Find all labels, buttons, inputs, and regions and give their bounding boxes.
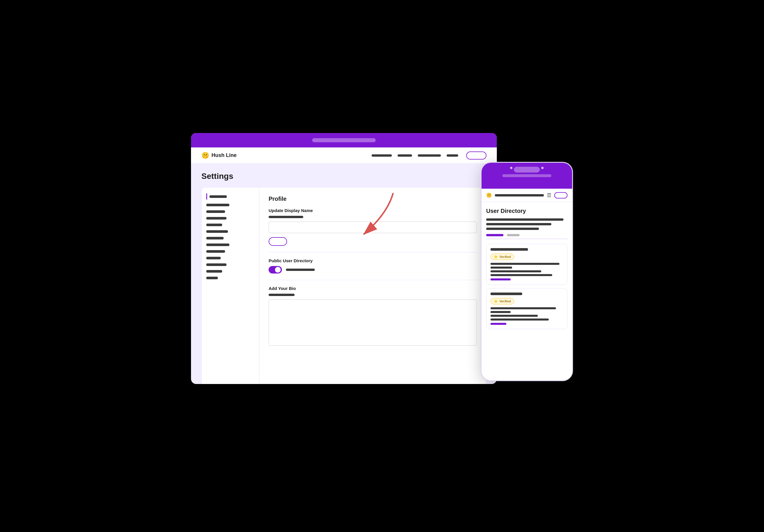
user-name-bar-2 [490, 292, 522, 295]
sidebar-label-4 [206, 217, 227, 220]
sidebar-item-profile[interactable] [206, 193, 255, 200]
phone-notch [514, 167, 540, 173]
sidebar-item-10[interactable] [206, 257, 255, 260]
mobile-phone: 🤫 ☰ User Directory ⭐ Verified [481, 162, 573, 381]
verified-label-2: Verified [499, 299, 511, 303]
user-line-2a [490, 307, 556, 309]
nav-cta-button[interactable] [466, 151, 486, 160]
desktop-browser: 🤫 Hush Line Settings [191, 133, 497, 384]
nav-logo-text: Hush Line [212, 152, 237, 158]
phone-nav-title-bar [495, 194, 544, 197]
phone-tab-verified[interactable] [507, 234, 520, 236]
verified-badge-1: ⭐ Verified [490, 254, 514, 260]
phone-chrome [481, 163, 572, 189]
browser-chrome [191, 133, 497, 147]
user-line-1d [490, 274, 552, 276]
sidebar-item-11[interactable] [206, 264, 255, 266]
settings-main: Profile Update Display Name Public User … [259, 188, 486, 384]
phone-nav: 🤫 ☰ [481, 189, 572, 202]
phone-url-bar[interactable] [502, 174, 551, 177]
settings-page: Settings [191, 164, 497, 384]
sidebar-item-9[interactable] [206, 250, 255, 253]
sidebar-item-12[interactable] [206, 270, 255, 272]
sidebar-item-4[interactable] [206, 217, 255, 220]
sidebar-label-7 [206, 237, 224, 240]
user-line-2d [490, 318, 549, 320]
user-line-2b [490, 311, 511, 313]
display-name-submit-button[interactable] [269, 237, 287, 246]
phone-intro-bar-2 [486, 223, 551, 225]
verified-label-1: Verified [499, 255, 511, 259]
phone-page-body: User Directory ⭐ Verified [481, 202, 572, 380]
toggle-row [269, 266, 477, 273]
sidebar-item-5[interactable] [206, 224, 255, 226]
user-line-1b [490, 266, 512, 268]
sidebar-label-6 [206, 230, 228, 233]
user-line-1c [490, 270, 541, 272]
sidebar-item-13[interactable] [206, 277, 255, 279]
sidebar-item-2[interactable] [206, 204, 255, 206]
sidebar-label-9 [206, 250, 225, 253]
sidebar-label-13 [206, 277, 218, 279]
display-name-subtitle-bar [269, 216, 303, 218]
sidebar-label-2 [206, 204, 229, 206]
sidebar-label-3 [206, 210, 225, 213]
public-directory-label: Public User Directory [269, 258, 477, 263]
browser-url-bar[interactable] [312, 138, 376, 142]
verified-badge-2: ⭐ Verified [490, 298, 514, 304]
nav-link-1[interactable] [372, 154, 392, 157]
nav-links [372, 154, 458, 157]
sidebar-label-11 [206, 264, 227, 266]
user-accent-2 [490, 323, 506, 325]
nav-link-4[interactable] [447, 154, 458, 157]
settings-title: Settings [201, 172, 486, 181]
sidebar-active-indicator [206, 193, 207, 200]
settings-sidebar [202, 188, 259, 384]
public-directory-toggle[interactable] [269, 266, 282, 273]
sidebar-label-12 [206, 270, 222, 272]
phone-intro-bar-3 [486, 228, 539, 230]
user-name-bar-1 [490, 248, 528, 251]
bio-label: Add Your Bio [269, 286, 477, 291]
sidebar-item-6[interactable] [206, 230, 255, 233]
star-icon-1: ⭐ [494, 255, 498, 259]
phone-tabs-row [486, 234, 568, 239]
star-icon-2: ⭐ [494, 299, 498, 303]
sidebar-label-5 [206, 224, 222, 226]
user-line-2c [490, 315, 538, 317]
display-name-label: Update Display Name [269, 208, 477, 213]
nav-link-3[interactable] [418, 154, 441, 157]
desktop-nav: 🤫 Hush Line [191, 147, 497, 164]
bio-textarea[interactable] [269, 299, 477, 346]
nav-link-2[interactable] [398, 154, 412, 157]
phone-intro-bar-1 [486, 218, 563, 221]
settings-body: Profile Update Display Name Public User … [201, 187, 486, 384]
hamburger-icon[interactable]: ☰ [547, 192, 551, 199]
user-line-1a [490, 263, 559, 265]
sidebar-item-8[interactable] [206, 244, 255, 246]
phone-logo-icon: 🤫 [486, 192, 492, 198]
logo-icon: 🤫 [201, 152, 209, 159]
phone-page-title: User Directory [486, 208, 568, 214]
section-divider-2 [269, 280, 477, 280]
display-name-input[interactable] [269, 222, 477, 233]
profile-section-title: Profile [269, 196, 477, 202]
nav-logo: 🤫 Hush Line [201, 152, 237, 159]
phone-tab-all[interactable] [486, 234, 503, 236]
sidebar-label-profile [209, 195, 227, 198]
sidebar-item-3[interactable] [206, 210, 255, 213]
sidebar-label-8 [206, 244, 229, 246]
sidebar-item-7[interactable] [206, 237, 255, 240]
user-accent-1 [490, 278, 511, 280]
phone-nav-cta-button[interactable] [554, 192, 568, 199]
section-divider-1 [269, 252, 477, 253]
bio-subtitle-bar [269, 294, 294, 296]
phone-dot-left [510, 167, 512, 169]
user-card-2[interactable]: ⭐ Verified [486, 288, 568, 329]
phone-dot-right [541, 167, 544, 169]
sidebar-label-10 [206, 257, 221, 260]
toggle-description-bar [286, 268, 315, 271]
user-card-1[interactable]: ⭐ Verified [486, 244, 568, 285]
scene: 🤫 Hush Line Settings [191, 133, 573, 399]
